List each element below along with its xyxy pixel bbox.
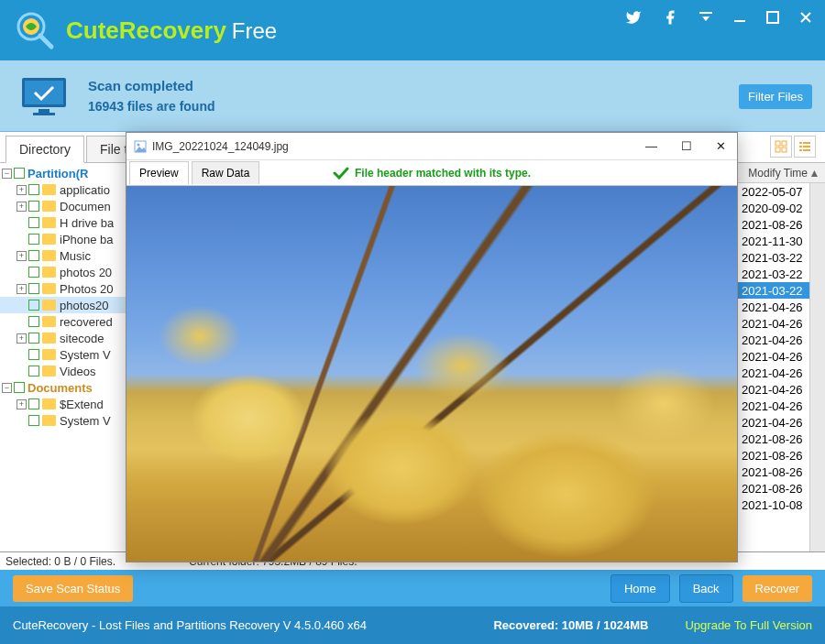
preview-tab-preview[interactable]: Preview: [129, 161, 189, 184]
column-modify-time[interactable]: Modify Time: [742, 167, 808, 180]
tree-checkbox[interactable]: [28, 201, 39, 212]
list-row[interactable]: 2021-11-30: [738, 233, 809, 249]
preview-titlebar[interactable]: IMG_20221024_124049.jpg — ☐ ✕: [126, 133, 737, 160]
expand-icon[interactable]: +: [16, 333, 27, 344]
tree-item-label: Documen: [60, 200, 111, 213]
list-row[interactable]: 2021-08-26: [738, 431, 809, 447]
view-grid-icon[interactable]: [770, 136, 792, 158]
list-row[interactable]: 2021-04-26: [738, 381, 809, 398]
svg-rect-16: [799, 146, 802, 147]
recover-button[interactable]: Recover: [742, 575, 812, 602]
list-row[interactable]: 2021-04-26: [738, 398, 809, 414]
collapse-icon[interactable]: −: [2, 169, 12, 179]
save-scan-status-button[interactable]: Save Scan Status: [13, 575, 133, 602]
tree-checkbox[interactable]: [28, 184, 39, 195]
folder-icon: [42, 283, 56, 294]
tree-item-label: System V: [60, 414, 111, 428]
tree-item-label: recovered: [60, 315, 113, 329]
tree-checkbox[interactable]: [28, 366, 39, 377]
list-row[interactable]: 2021-04-26: [738, 414, 809, 431]
tree-checkbox[interactable]: [28, 283, 39, 294]
svg-rect-19: [803, 149, 810, 151]
list-row[interactable]: 2022-05-07: [738, 183, 809, 200]
scroll-up-icon[interactable]: ▲: [808, 167, 821, 180]
bottom-bar: CuteRecovery - Lost Files and Partitions…: [0, 606, 825, 644]
list-row[interactable]: 2021-03-22: [738, 249, 809, 266]
preview-tab-raw[interactable]: Raw Data: [192, 161, 260, 184]
tree-checkbox[interactable]: [28, 333, 39, 344]
maximize-icon[interactable]: [766, 11, 779, 24]
svg-rect-4: [734, 20, 745, 22]
tree-checkbox[interactable]: [28, 415, 39, 426]
tree-checkbox[interactable]: [28, 300, 39, 311]
list-row[interactable]: 2021-04-26: [738, 332, 809, 348]
list-row[interactable]: 2021-10-08: [738, 497, 809, 513]
tree-checkbox[interactable]: [28, 398, 39, 409]
preview-close-icon[interactable]: ✕: [712, 139, 730, 153]
facebook-icon[interactable]: [662, 9, 678, 26]
modify-time-cell: 2021-04-26: [742, 300, 809, 314]
view-list-icon[interactable]: [794, 136, 816, 158]
tree-checkbox[interactable]: [28, 316, 39, 327]
tree-root-documents[interactable]: Documents: [28, 381, 93, 395]
folder-icon: [42, 316, 56, 327]
list-row[interactable]: 2021-04-26: [738, 299, 809, 315]
app-logo-icon: [13, 8, 57, 52]
expand-icon[interactable]: +: [16, 284, 27, 294]
selected-info: Selected: 0 B / 0 Files.: [6, 555, 116, 568]
scrollbar[interactable]: [809, 183, 825, 551]
svg-rect-5: [767, 12, 778, 23]
recovered-info: Recovered: 10MB / 1024MB: [493, 618, 648, 632]
tree-checkbox[interactable]: [14, 168, 25, 179]
minimize-icon[interactable]: [733, 11, 746, 24]
footer: Save Scan Status Home Back Recover: [0, 570, 825, 606]
expand-icon[interactable]: +: [16, 399, 27, 409]
folder-icon: [42, 333, 56, 344]
twitter-icon[interactable]: [625, 9, 642, 26]
back-button[interactable]: Back: [679, 574, 733, 603]
modify-time-cell: 2021-08-26: [742, 218, 809, 232]
tree-root-partition[interactable]: Partition(R: [28, 167, 88, 180]
modify-time-cell: 2021-08-26: [742, 465, 809, 479]
modify-time-cell: 2021-04-26: [742, 333, 809, 347]
tree-checkbox[interactable]: [14, 382, 25, 393]
dropdown-icon[interactable]: [698, 10, 713, 25]
list-row[interactable]: 2021-03-22: [738, 282, 809, 299]
list-row[interactable]: 2021-04-26: [738, 365, 809, 381]
modify-time-cell: 2021-03-22: [742, 284, 809, 298]
tree-item-label: sitecode: [60, 332, 104, 345]
tab-directory[interactable]: Directory: [6, 136, 84, 163]
folder-icon: [42, 398, 56, 409]
filter-files-button[interactable]: Filter Files: [739, 84, 812, 109]
upgrade-link[interactable]: Upgrade To Full Version: [685, 618, 812, 632]
tree-checkbox[interactable]: [28, 267, 39, 278]
list-row[interactable]: 2021-08-26: [738, 447, 809, 464]
preview-maximize-icon[interactable]: ☐: [677, 139, 696, 153]
list-row[interactable]: 2021-08-26: [738, 216, 809, 233]
expand-icon[interactable]: +: [16, 202, 27, 212]
expand-icon[interactable]: +: [16, 185, 27, 195]
preview-minimize-icon[interactable]: —: [642, 139, 661, 153]
list-row[interactable]: 2021-03-22: [738, 266, 809, 282]
folder-icon: [42, 201, 56, 212]
svg-point-21: [138, 143, 140, 146]
list-row[interactable]: 2020-09-02: [738, 200, 809, 216]
list-row[interactable]: 2021-04-26: [738, 348, 809, 365]
modify-time-cell: 2021-04-26: [742, 416, 809, 430]
home-button[interactable]: Home: [610, 574, 670, 603]
tree-checkbox[interactable]: [28, 217, 39, 228]
list-row[interactable]: 2021-08-26: [738, 480, 809, 497]
close-icon[interactable]: [799, 11, 812, 24]
svg-rect-11: [782, 141, 786, 146]
tree-item-label: System V: [60, 348, 111, 362]
list-row[interactable]: 2021-08-26: [738, 464, 809, 480]
tree-checkbox[interactable]: [28, 250, 39, 261]
list-row[interactable]: 2021-04-26: [738, 315, 809, 332]
expand-icon[interactable]: +: [16, 251, 27, 261]
tree-item-label: $Extend: [60, 398, 104, 411]
tree-checkbox[interactable]: [28, 349, 39, 360]
folder-icon: [42, 349, 56, 360]
tree-checkbox[interactable]: [28, 234, 39, 245]
tree-item-label: iPhone ba: [60, 233, 114, 246]
collapse-icon[interactable]: −: [2, 383, 12, 393]
